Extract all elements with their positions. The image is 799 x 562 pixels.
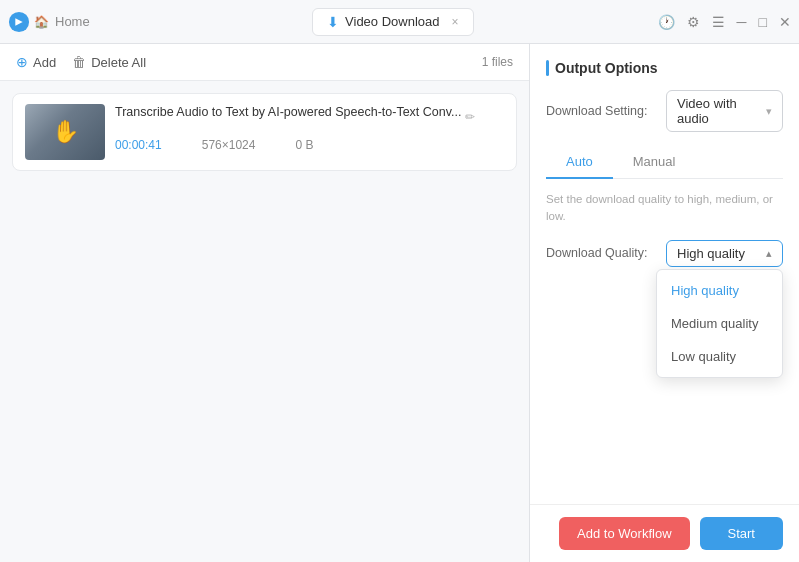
- thumb-gradient: ✋: [25, 104, 105, 160]
- file-list: ✋ Transcribe Audio to Text by AI-powered…: [0, 81, 529, 562]
- chevron-up-icon: ▴: [766, 247, 772, 260]
- quality-label: Download Quality:: [546, 246, 656, 260]
- download-setting-select[interactable]: Video with audio ▾: [666, 90, 783, 132]
- add-to-workflow-button[interactable]: Add to Workflow: [559, 517, 689, 550]
- dropdown-item-high[interactable]: High quality: [657, 274, 782, 307]
- file-resolution: 576×1024: [202, 138, 256, 152]
- quality-dropdown: High quality Medium quality Low quality: [656, 269, 783, 378]
- tab-close-icon[interactable]: ×: [452, 15, 459, 29]
- start-button[interactable]: Start: [700, 517, 783, 550]
- titlebar-center: ⬇ Video Download ×: [128, 8, 658, 36]
- auto-description: Set the download quality to high, medium…: [546, 191, 783, 226]
- quality-value: High quality: [677, 246, 745, 261]
- tabs-row: Auto Manual: [546, 146, 783, 179]
- right-panel: Output Options Download Setting: Video w…: [530, 44, 799, 562]
- app-icon: [8, 11, 30, 33]
- file-thumbnail: ✋: [25, 104, 105, 160]
- setting-value: Video with audio: [677, 96, 766, 126]
- file-count: 1 files: [482, 55, 513, 69]
- minimize-icon[interactable]: ─: [737, 14, 747, 30]
- history-icon[interactable]: 🕐: [658, 14, 675, 30]
- thumb-hand-icon: ✋: [52, 119, 79, 145]
- left-panel: ⊕ Add 🗑 Delete All 1 files ✋ Transcribe …: [0, 44, 530, 562]
- tab-manual[interactable]: Manual: [613, 146, 696, 179]
- download-setting-label: Download Setting:: [546, 104, 656, 118]
- file-item[interactable]: ✋ Transcribe Audio to Text by AI-powered…: [12, 93, 517, 171]
- quality-row: Download Quality: High quality ▴ High qu…: [546, 240, 783, 267]
- maximize-icon[interactable]: □: [759, 14, 767, 30]
- close-icon[interactable]: ✕: [779, 14, 791, 30]
- tab-label: Video Download: [345, 14, 439, 29]
- file-size: 0 B: [295, 138, 313, 152]
- delete-all-button[interactable]: 🗑 Delete All: [72, 54, 146, 70]
- file-duration: 00:00:41: [115, 138, 162, 152]
- toolbar: ⊕ Add 🗑 Delete All 1 files: [0, 44, 529, 81]
- download-tab-icon: ⬇: [327, 14, 339, 30]
- trash-icon: 🗑: [72, 54, 86, 70]
- add-label: Add: [33, 55, 56, 70]
- add-button[interactable]: ⊕ Add: [16, 54, 56, 70]
- file-meta: 00:00:41 576×1024 0 B: [115, 138, 504, 152]
- dropdown-item-medium[interactable]: Medium quality: [657, 307, 782, 340]
- menu-icon[interactable]: ☰: [712, 14, 725, 30]
- edit-icon[interactable]: ✏: [465, 110, 475, 124]
- titlebar: 🏠 Home ⬇ Video Download × 🕐 ⚙ ☰ ─ □ ✕: [0, 0, 799, 44]
- delete-label: Delete All: [91, 55, 146, 70]
- quality-select[interactable]: High quality ▴: [666, 240, 783, 267]
- add-icon: ⊕: [16, 54, 28, 70]
- active-tab[interactable]: ⬇ Video Download ×: [312, 8, 473, 36]
- file-title: Transcribe Audio to Text by AI-powered S…: [115, 104, 461, 122]
- main-layout: ⊕ Add 🗑 Delete All 1 files ✋ Transcribe …: [0, 44, 799, 562]
- file-info: Transcribe Audio to Text by AI-powered S…: [115, 104, 504, 152]
- bottom-bar: Add to Workflow Start: [530, 504, 799, 562]
- home-label[interactable]: Home: [55, 14, 90, 29]
- home-icon: 🏠: [34, 15, 49, 29]
- tab-auto[interactable]: Auto: [546, 146, 613, 179]
- titlebar-left: 🏠 Home: [8, 11, 128, 33]
- setting-row: Download Setting: Video with audio ▾: [546, 90, 783, 132]
- chevron-down-icon: ▾: [766, 105, 772, 118]
- settings-icon[interactable]: ⚙: [687, 14, 700, 30]
- dropdown-item-low[interactable]: Low quality: [657, 340, 782, 373]
- output-title: Output Options: [546, 60, 783, 76]
- titlebar-right: 🕐 ⚙ ☰ ─ □ ✕: [658, 14, 791, 30]
